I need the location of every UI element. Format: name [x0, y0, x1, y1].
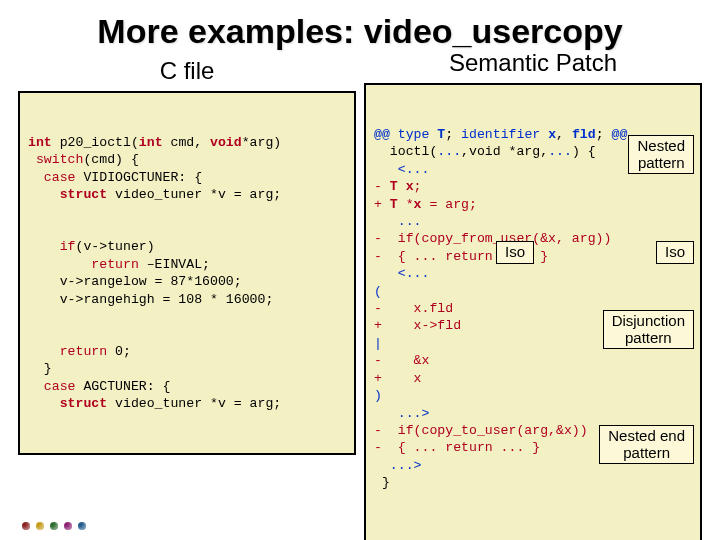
slide-title: More examples: video_usercopy [0, 0, 720, 51]
left-heading: C file [160, 57, 215, 85]
footer-dots [22, 522, 86, 530]
dot-icon [64, 522, 72, 530]
annot-iso-2: Iso [656, 241, 694, 264]
right-column: Semantic Patch @@ type T; identifier x, … [364, 51, 702, 540]
slide: More examples: video_usercopy C file int… [0, 0, 720, 540]
dot-icon [78, 522, 86, 530]
annot-iso-1: Iso [496, 241, 534, 264]
left-column: C file int p20_ioctl(int cmd, void*arg) … [18, 51, 356, 455]
semantic-patch-codebox: @@ type T; identifier x, fld; @@ ioctl(.… [364, 83, 702, 540]
dot-icon [36, 522, 44, 530]
c-file-codebox: int p20_ioctl(int cmd, void*arg) switch(… [18, 91, 356, 455]
c-file-code: int p20_ioctl(int cmd, void*arg) switch(… [28, 134, 346, 413]
annot-nested: Nested pattern [628, 135, 694, 174]
columns: C file int p20_ioctl(int cmd, void*arg) … [0, 51, 720, 540]
right-heading: Semantic Patch [449, 49, 617, 77]
annot-disjunction: Disjunction pattern [603, 310, 694, 349]
dot-icon [50, 522, 58, 530]
dot-icon [22, 522, 30, 530]
annot-nested-end: Nested end pattern [599, 425, 694, 464]
